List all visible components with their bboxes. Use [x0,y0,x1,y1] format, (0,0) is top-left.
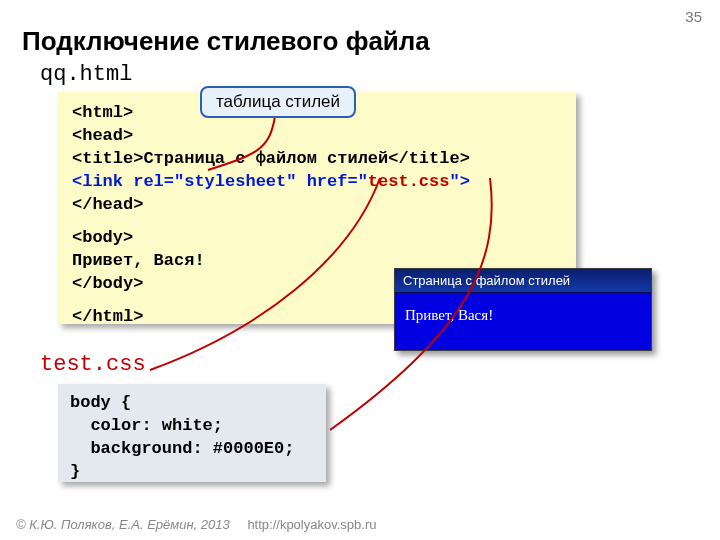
preview-titlebar: Страница с файлом стилей [395,269,651,293]
code-line: </body> [72,274,143,293]
page-title: Подключение стилевого файла [22,26,430,57]
code-tag: <title> [72,149,143,168]
filename-html: qq.html [40,62,132,87]
page-number: 35 [685,8,702,25]
code-line: color: white; [70,415,314,438]
code-line: Привет, Вася! [72,251,205,270]
code-block-css: body { color: white; background: #0000E0… [58,384,326,482]
footer-copyright: © К.Ю. Поляков, Е.А. Ерёмин, 2013 [16,517,230,532]
footer-url: http://kpolyakov.spb.ru [247,517,376,532]
code-line: body { [70,392,314,415]
browser-preview: Страница с файлом стилей Привет, Вася! [394,268,652,351]
filename-css: test.css [40,352,146,377]
preview-body: Привет, Вася! [395,293,651,350]
callout-label: таблица стилей [200,86,356,118]
code-line: </html> [72,307,143,326]
code-line: <body> [72,228,133,247]
footer: © К.Ю. Поляков, Е.А. Ерёмин, 2013 http:/… [16,517,376,532]
code-link-tag: <link rel="stylesheet" href=" [72,172,368,191]
code-line: <head> [72,126,133,145]
code-line: <html> [72,103,133,122]
code-href-value: test.css [368,172,450,191]
code-line: background: #0000E0; [70,438,314,461]
code-tag: </title> [388,149,470,168]
code-link-tag-end: "> [449,172,469,191]
code-text: Страница с файлом стилей [143,149,388,168]
code-line: } [70,461,314,484]
code-line: </head> [72,195,143,214]
